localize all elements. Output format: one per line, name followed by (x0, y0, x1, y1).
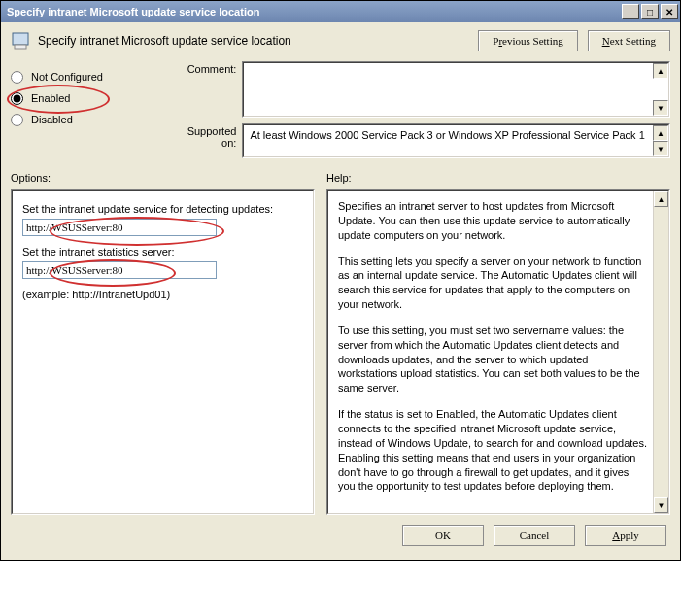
cancel-button[interactable]: Cancel (494, 525, 575, 546)
svg-rect-0 (13, 33, 28, 45)
disabled-label[interactable]: Disabled (31, 114, 73, 125)
help-paragraph: Specifies an intranet server to host upd… (338, 199, 647, 243)
disabled-radio[interactable] (11, 114, 23, 126)
example-text: (example: http://IntranetUpd01) (22, 289, 303, 300)
scroll-down-icon[interactable]: ▼ (654, 497, 668, 513)
dialog-window: Specify intranet Microsoft update servic… (0, 0, 681, 561)
state-radio-group: Not Configured Enabled Disabled (11, 61, 156, 158)
options-panel: Set the intranet update service for dete… (11, 189, 315, 515)
maximize-button[interactable]: □ (641, 4, 659, 19)
titlebar[interactable]: Specify intranet Microsoft update servic… (1, 1, 680, 22)
help-paragraph: This setting lets you specify a server o… (338, 255, 647, 312)
scroll-up-icon[interactable]: ▲ (653, 63, 668, 79)
scroll-up-icon[interactable]: ▲ (654, 191, 668, 207)
apply-button[interactable]: Apply (585, 525, 666, 546)
titlebar-text: Specify intranet Microsoft update servic… (7, 6, 259, 17)
not-configured-radio[interactable] (11, 71, 23, 84)
next-setting-button[interactable]: Next Setting (588, 30, 670, 51)
ok-button[interactable]: OK (402, 525, 484, 546)
svg-rect-1 (15, 45, 26, 49)
help-panel: Specifies an intranet server to host upd… (326, 189, 670, 515)
page-title: Specify intranet Microsoft update servic… (38, 34, 470, 48)
detect-service-input[interactable] (22, 219, 217, 236)
policy-icon (11, 31, 30, 51)
options-heading: Options: (11, 172, 326, 184)
supported-label: Supported on: (170, 123, 236, 149)
comment-textarea[interactable] (244, 63, 668, 116)
comment-textarea-wrap: ▲ ▼ (242, 61, 670, 118)
stats-server-input[interactable] (22, 261, 217, 279)
supported-text: At least Windows 2000 Service Pack 3 or … (244, 125, 668, 156)
previous-setting-button[interactable]: Previous Setting (478, 30, 577, 51)
help-heading: Help: (326, 172, 352, 184)
help-paragraph: To use this setting, you must set two se… (338, 324, 647, 395)
scroll-up-icon[interactable]: ▲ (653, 125, 668, 141)
stats-server-label: Set the intranet statistics server: (22, 246, 303, 257)
minimize-button[interactable]: _ (622, 4, 639, 19)
help-paragraph: If the status is set to Enabled, the Aut… (338, 407, 647, 494)
enabled-label[interactable]: Enabled (31, 92, 70, 104)
not-configured-label[interactable]: Not Configured (31, 71, 103, 83)
supported-box: At least Windows 2000 Service Pack 3 or … (242, 123, 670, 158)
help-scrollbar[interactable]: ▲ ▼ (653, 191, 668, 513)
comment-label: Comment: (170, 61, 236, 75)
detect-service-label: Set the intranet update service for dete… (22, 203, 303, 215)
scroll-down-icon[interactable]: ▼ (653, 141, 668, 156)
close-button[interactable]: ✕ (661, 4, 678, 19)
help-text: Specifies an intranet server to host upd… (338, 199, 647, 494)
enabled-radio[interactable] (11, 92, 23, 105)
scroll-down-icon[interactable]: ▼ (653, 100, 668, 116)
